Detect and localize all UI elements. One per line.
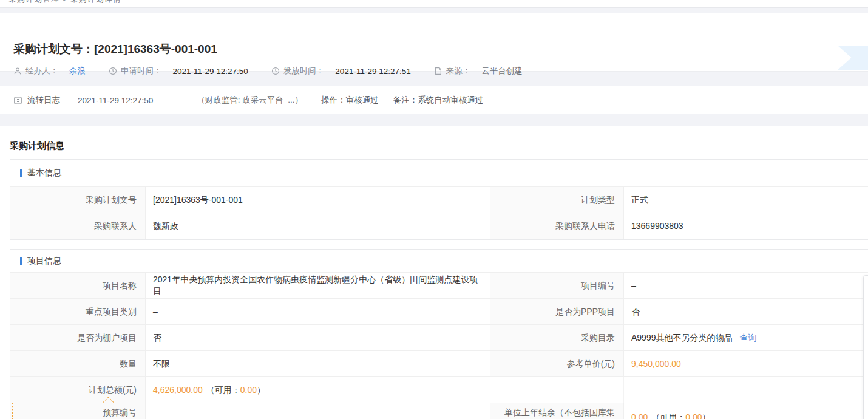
source-value: 云平台创建 xyxy=(474,66,530,77)
field-label: 项目名称 xyxy=(10,273,146,298)
carryover-available: 0.00 xyxy=(685,412,702,419)
paren-open: （可用： xyxy=(206,384,240,396)
field-value: A9999其他不另分类的物品 查询 xyxy=(624,325,868,350)
budget-no-value xyxy=(146,403,490,419)
log-action-value: 审核通过 xyxy=(346,95,379,104)
user-icon xyxy=(13,67,22,75)
field-value: – xyxy=(146,299,490,324)
meta-agent: 经办人： 余浪 xyxy=(13,66,93,77)
meta-agent-label: 经办人： xyxy=(25,66,58,77)
project-info-title: 项目信息 xyxy=(27,256,61,267)
meta-source-label: 来源： xyxy=(446,66,471,77)
log-time: 2021-11-29 12:27:50 xyxy=(78,96,153,105)
field-label: 重点项目类别 xyxy=(10,299,146,324)
table-row: 重点项目类别 – 是否为PPP项目 否 xyxy=(10,298,868,324)
field-value: 魏新政 xyxy=(146,213,490,239)
field-label: 参考单价(元) xyxy=(490,351,624,376)
paren-open: （可用： xyxy=(651,412,685,419)
field-value: – xyxy=(624,273,868,298)
field-label: 数量 xyxy=(10,351,146,376)
divider xyxy=(69,96,69,104)
field-label: 采购联系人 xyxy=(10,213,146,239)
log-title: 流转日志 xyxy=(27,95,60,106)
issue-time-value: 2021-11-29 12:27:51 xyxy=(328,67,418,76)
clock-icon xyxy=(271,67,280,75)
meta-apply-label: 申请时间： xyxy=(121,66,162,77)
right-edge-panel[interactable] xyxy=(863,275,868,419)
field-label: 是否为棚户项目 xyxy=(10,325,146,350)
table-row: 采购联系人 魏新政 采购联系人电话 13669903803 xyxy=(10,213,868,239)
apply-time-value: 2021-11-29 12:27:50 xyxy=(166,67,256,76)
field-label: 是否为PPP项目 xyxy=(490,299,624,324)
table-row: 是否为棚户项目 否 采购目录 A9999其他不另分类的物品 查询 xyxy=(10,324,868,350)
log-org: （财政监管: 政采云平台_...） xyxy=(197,95,303,106)
circulation-log-bar: 流转日志 2021-11-29 12:27:50 （财政监管: 政采云平台_..… xyxy=(0,86,868,114)
clock-icon xyxy=(109,67,117,75)
log-action: 操作：审核通过 xyxy=(321,95,379,106)
field-label: 计划总额(元) xyxy=(10,377,146,403)
meta-apply-time: 申请时间： 2021-11-29 12:27:50 xyxy=(109,66,256,77)
paren-close: ） xyxy=(702,412,711,419)
project-info-header: 项目信息 xyxy=(10,250,868,272)
log-action-label: 操作： xyxy=(321,95,346,104)
meta-issue-time: 发放时间： 2021-11-29 12:27:51 xyxy=(271,66,418,77)
table-row: 计划总额(元) 4,626,000.00 （可用： 0.00 ） xyxy=(10,376,868,403)
table-row: 项目名称 2021年中央预算内投资全国农作物病虫疫情监测新疆分中心（省级）田间监… xyxy=(10,272,868,298)
field-value: 2021年中央预算内投资全国农作物病虫疫情监测新疆分中心（省级）田间监测点建设项… xyxy=(146,273,490,298)
section-bar xyxy=(20,257,22,265)
field-value: [2021]16363号-001-001 xyxy=(146,187,490,213)
table-row: 预算编号 单位上年结余（不包括国库集中 0.00 （可用： 0.00 ） xyxy=(10,403,868,419)
basic-info-title: 基本信息 xyxy=(27,168,61,179)
field-value: 正式 xyxy=(624,187,868,213)
empty-value-cell xyxy=(624,377,868,403)
field-label: 计划类型 xyxy=(490,187,624,213)
meta-issue-label: 发放时间： xyxy=(283,66,325,77)
log-icon xyxy=(13,96,22,105)
field-label: 采购计划文号 xyxy=(10,187,146,213)
agent-name-link[interactable]: 余浪 xyxy=(62,66,93,77)
carryover-value: 0.00 （可用： 0.00 ） xyxy=(624,403,868,419)
header-meta-row: 经办人： 余浪 申请时间： 2021-11-29 12:27:50 发放时间： … xyxy=(13,66,530,77)
catalog-value: A9999其他不另分类的物品 xyxy=(631,332,732,344)
table-row: 采购计划文号 [2021]16363号-001-001 计划类型 正式 xyxy=(10,186,868,213)
paren-close: ） xyxy=(257,384,265,396)
basic-info-header: 基本信息 xyxy=(10,160,868,186)
field-value: 否 xyxy=(624,299,868,324)
plan-total-amount: 4,626,000.00 xyxy=(153,384,203,396)
project-info-box: 项目信息 项目名称 2021年中央预算内投资全国农作物病虫疫情监测新疆分中心（省… xyxy=(10,249,868,419)
field-value: 不限 xyxy=(146,351,490,376)
unit-price-value: 9,450,000.00 xyxy=(624,351,868,376)
header-card: 采购计划文号：[2021]16363号-001-001 经办人： 余浪 申请时间… xyxy=(0,13,868,72)
plan-total-value: 4,626,000.00 （可用： 0.00 ） xyxy=(146,377,490,403)
log-remark-value: 系统自动审核通过 xyxy=(418,95,483,104)
carryover-amount: 0.00 xyxy=(631,412,648,419)
field-value: 否 xyxy=(146,325,490,350)
section-title: 采购计划信息 xyxy=(10,140,64,152)
log-remark-label: 备注： xyxy=(393,95,418,104)
status-step-arrow xyxy=(838,46,868,70)
basic-info-box: 基本信息 采购计划文号 [2021]16363号-001-001 计划类型 正式… xyxy=(10,159,868,240)
breadcrumb[interactable]: 采购计划管理 > 采购计划详情 xyxy=(8,0,121,5)
page-title: 采购计划文号：[2021]16363号-001-001 xyxy=(13,41,217,57)
catalog-query-link[interactable]: 查询 xyxy=(739,332,756,344)
field-label: 预算编号 xyxy=(10,403,146,419)
field-label: 单位上年结余（不包括国库集中 xyxy=(490,403,624,419)
table-row: 数量 不限 参考单价(元) 9,450,000.00 xyxy=(10,350,868,376)
meta-source: 来源： 云平台创建 xyxy=(434,66,530,77)
field-value: 13669903803 xyxy=(624,213,868,239)
top-breadcrumb-bar: 采购计划管理 > 采购计划详情 xyxy=(0,0,868,8)
field-label: 项目编号 xyxy=(490,273,624,298)
plan-info-card: 采购计划信息 基本信息 采购计划文号 [2021]16363号-001-001 … xyxy=(0,126,868,419)
log-remark: 备注：系统自动审核通过 xyxy=(393,95,484,106)
document-icon xyxy=(434,67,442,75)
section-bar xyxy=(20,169,22,177)
field-label: 采购联系人电话 xyxy=(490,213,624,239)
field-label: 采购目录 xyxy=(490,325,624,350)
plan-total-available: 0.00 xyxy=(240,384,257,396)
empty-label-cell xyxy=(490,377,624,403)
